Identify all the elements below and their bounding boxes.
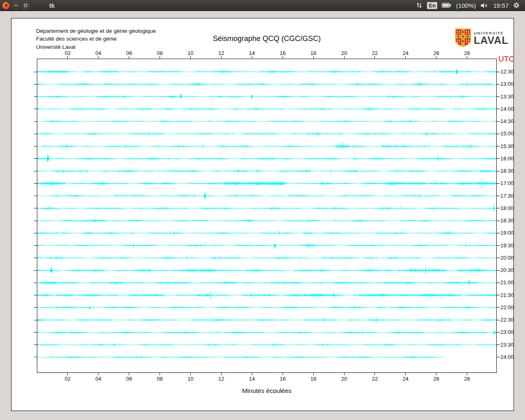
trace-tick-right xyxy=(497,270,500,271)
updown-arrows-icon[interactable] xyxy=(416,2,422,9)
x-tick-top xyxy=(283,56,283,59)
utc-time-label: 17:30 xyxy=(500,193,514,199)
x-tick-top xyxy=(160,56,160,59)
x-tick-label-top: 04 xyxy=(93,50,104,56)
x-tick-bottom xyxy=(221,373,221,375)
window-titlebar[interactable]: tk En (100%) 19:57 xyxy=(0,0,525,11)
x-tick-label-bottom: 04 xyxy=(93,376,104,382)
x-axis-label: Minutes écoulées xyxy=(37,387,497,395)
x-tick-label-top: 14 xyxy=(246,50,258,56)
maximize-button[interactable] xyxy=(22,2,30,9)
trace-tick-right xyxy=(497,283,500,283)
close-icon xyxy=(5,4,8,7)
x-tick-top xyxy=(129,56,129,59)
trace-tick-left xyxy=(34,295,37,295)
x-tick-top xyxy=(436,56,436,59)
x-tick-label-bottom: 16 xyxy=(277,376,288,382)
utc-time-label: 18:30 xyxy=(500,217,514,224)
x-tick-label-bottom: 18 xyxy=(308,376,319,382)
utc-label: UTC xyxy=(498,55,514,64)
trace-tick-right xyxy=(497,307,500,308)
x-tick-label-top: 20 xyxy=(338,50,350,56)
x-tick-label-bottom: 10 xyxy=(185,376,196,382)
x-tick-label-bottom: 06 xyxy=(123,376,135,382)
x-tick-label-bottom: 02 xyxy=(62,376,73,382)
trace-tick-right xyxy=(497,221,500,221)
window-buttons xyxy=(2,2,30,9)
institution-line: Université Laval xyxy=(36,43,156,51)
battery-icon[interactable] xyxy=(442,2,452,8)
x-tick-bottom xyxy=(252,373,252,375)
trace-tick-left xyxy=(34,320,37,320)
x-tick-label-top: 24 xyxy=(400,50,411,56)
institution-line: Département de géologie et de génie géol… xyxy=(36,27,156,35)
utc-time-label: 23:00 xyxy=(500,329,514,336)
trace-tick-left xyxy=(34,307,37,308)
trace-tick-right xyxy=(497,233,500,233)
trace-tick-left xyxy=(34,245,37,246)
utc-time-label: 13:30 xyxy=(500,94,514,100)
maximize-icon xyxy=(24,4,27,7)
x-tick-label-bottom: 14 xyxy=(246,376,258,382)
minimize-button[interactable] xyxy=(12,2,20,9)
x-tick-bottom xyxy=(67,373,68,375)
x-tick-label-top: 18 xyxy=(308,50,319,56)
x-tick-top xyxy=(190,56,191,59)
x-tick-bottom xyxy=(160,373,160,375)
trace-tick-right xyxy=(497,258,500,258)
trace-tick-left xyxy=(34,345,37,345)
clock[interactable]: 19:57 xyxy=(493,2,509,9)
x-tick-label-top: 06 xyxy=(123,50,135,56)
battery-percent: (100%) xyxy=(456,2,476,9)
keyboard-layout-indicator[interactable]: En xyxy=(427,2,437,9)
x-tick-label-bottom: 08 xyxy=(154,376,166,382)
seismo-canvas xyxy=(37,59,496,372)
x-tick-label-top: 08 xyxy=(154,50,166,56)
laval-logo-line2: LAVAL xyxy=(474,35,509,45)
trace-tick-left xyxy=(34,171,37,171)
x-tick-top xyxy=(313,56,314,59)
trace-tick-left xyxy=(34,158,37,159)
x-tick-bottom xyxy=(313,373,314,375)
trace-tick-right xyxy=(497,357,500,357)
app-canvas: Département de géologie et de génie géol… xyxy=(11,18,514,411)
desktop-background: Département de géologie et de génie géol… xyxy=(0,11,525,420)
trace-tick-right xyxy=(497,109,500,109)
x-tick-label-bottom: 12 xyxy=(215,376,227,382)
utc-time-label: 14:00 xyxy=(500,106,514,112)
utc-time-label: 14:30 xyxy=(500,118,514,125)
x-tick-top xyxy=(221,56,221,59)
utc-time-label: 22:00 xyxy=(500,304,514,311)
volume-icon[interactable] xyxy=(480,2,488,9)
utc-time-label: 23:30 xyxy=(500,342,514,348)
utc-time-label: 18:00 xyxy=(500,205,514,212)
x-tick-label-bottom: 28 xyxy=(461,376,473,382)
gear-icon[interactable] xyxy=(513,2,520,9)
utc-time-label: 19:30 xyxy=(500,242,514,249)
x-tick-label-top: 12 xyxy=(215,50,227,56)
close-button[interactable] xyxy=(2,2,10,9)
trace-tick-left xyxy=(34,332,37,333)
utc-time-label: 22:30 xyxy=(500,317,514,323)
x-tick-top xyxy=(405,56,406,59)
trace-tick-left xyxy=(34,121,37,122)
x-tick-top xyxy=(344,56,345,59)
x-tick-bottom xyxy=(98,373,98,375)
utc-time-label: 20:00 xyxy=(500,255,514,261)
trace-tick-left xyxy=(34,270,37,271)
utc-time-label: 21:00 xyxy=(500,279,514,286)
trace-tick-left xyxy=(34,233,37,233)
trace-tick-right xyxy=(497,158,500,159)
trace-tick-left xyxy=(34,221,37,221)
x-tick-bottom xyxy=(344,373,345,375)
x-tick-label-bottom: 22 xyxy=(369,376,381,382)
x-tick-bottom xyxy=(405,373,406,375)
trace-tick-left xyxy=(34,109,37,109)
trace-tick-left xyxy=(34,258,37,258)
utc-time-label: 17:00 xyxy=(500,180,514,187)
trace-tick-right xyxy=(497,332,500,333)
system-tray: En (100%) 19:57 xyxy=(416,2,520,9)
x-tick-top xyxy=(67,56,68,59)
trace-tick-right xyxy=(497,245,500,246)
plot-title: Séismographe QCQ (CGC/GSC) xyxy=(37,34,497,43)
